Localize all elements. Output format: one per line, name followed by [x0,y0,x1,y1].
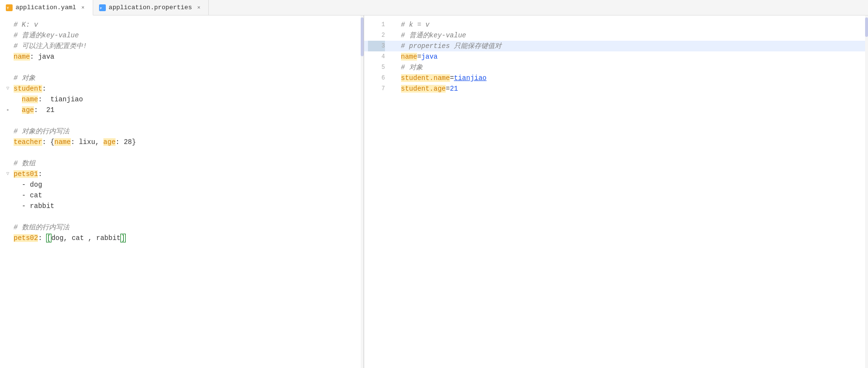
editors-area: # K: v # 普通的key-value # 可以注入到配置类中! name:… [0,16,868,368]
code-line: # K: v [0,19,364,30]
code-text: age: 21 [14,105,364,115]
properties-tab-close[interactable]: × [195,4,202,12]
code-text: student.age=21 [393,83,868,94]
code-text: # 普通的key-value [14,30,364,41]
code-text: - cat [14,190,364,201]
fold-icon[interactable]: ▽ [4,170,12,178]
svg-text:P: P [100,7,102,10]
code-text: # 对象 [14,73,364,83]
properties-tab[interactable]: P application.properties × [93,0,209,15]
code-line: 6 student.name=tianjiao [364,73,868,83]
tab-bar: Y application.yaml × P application.prope… [0,0,868,16]
code-line [0,211,364,222]
code-text: # 可以注入到配置类中! [14,41,364,51]
code-line: 1 # k = v [364,19,868,30]
properties-scrollbar[interactable] [865,16,868,368]
code-text [14,115,364,126]
code-line: 4 name=java [364,51,868,62]
dot-icon: ● [4,106,12,114]
code-line [0,147,364,158]
code-text: name: java [14,51,364,62]
code-line: # 可以注入到配置类中! [0,41,364,51]
properties-scrollbar-thumb [865,17,868,37]
code-line: ● age: 21 [0,105,364,115]
code-text: - rabbit [14,201,364,211]
code-text: # 数组 [14,158,364,169]
code-line: - dog [0,179,364,190]
yaml-icon: Y [6,4,13,11]
code-text: # 数组的行内写法 [14,222,364,233]
yaml-tab-close[interactable]: × [79,4,87,12]
code-line: - cat [0,190,364,201]
code-text: # K: v [14,19,364,30]
code-line-highlighted: 3 # properties 只能保存键值对 [364,41,868,51]
line-number: 7 [368,83,385,94]
code-text: # 对象的行内写法 [14,126,364,137]
code-text: name=java [393,51,868,62]
code-text: pets01: [14,169,364,179]
yaml-tab-label: application.yaml [16,4,76,11]
code-line: pets02: [dog, cat , rabbit] [0,233,364,243]
line-number: 3 [368,41,385,51]
code-line: 5 # 对象 [364,62,868,73]
code-line: teacher: {name: lixu, age: 28} [0,137,364,147]
code-line: ▽ pets01: [0,169,364,179]
code-text: - dog [14,179,364,190]
yaml-editor: # K: v # 普通的key-value # 可以注入到配置类中! name:… [0,16,364,368]
code-line [0,115,364,126]
line-number: 4 [368,51,385,62]
code-text [14,211,364,222]
fold-icon[interactable]: ▽ [4,85,12,93]
code-text: teacher: {name: lixu, age: 28} [14,137,364,147]
line-number: 2 [368,30,385,41]
yaml-editor-content[interactable]: # K: v # 普通的key-value # 可以注入到配置类中! name:… [0,16,364,368]
code-line: # 对象 [0,73,364,83]
code-line: name: java [0,51,364,62]
code-text [14,147,364,158]
line-number: 1 [368,19,385,30]
code-text [14,62,364,73]
code-line: # 数组的行内写法 [0,222,364,233]
code-text: student: [14,83,364,94]
properties-editor-content[interactable]: 1 # k = v 2 # 普通的key-value 3 # propertie… [364,16,868,368]
code-text: # k = v [393,19,868,30]
code-line: 7 student.age=21 [364,83,868,94]
code-text: # properties 只能保存键值对 [393,41,868,51]
code-line: # 普通的key-value [0,30,364,41]
line-number: 6 [368,73,385,83]
line-number: 5 [368,62,385,73]
code-text: pets02: [dog, cat , rabbit] [14,233,364,243]
code-line: - rabbit [0,201,364,211]
code-text: name: tianjiao [14,94,364,105]
code-line: # 对象的行内写法 [0,126,364,137]
code-text: # 普通的key-value [393,30,868,41]
yaml-scrollbar[interactable] [361,16,364,368]
code-line: ▽ student: [0,83,364,94]
code-line: # 数组 [0,158,364,169]
properties-icon: P [99,4,106,11]
yaml-tab[interactable]: Y application.yaml × [0,0,93,16]
code-line [0,62,364,73]
code-text: student.name=tianjiao [393,73,868,83]
properties-editor: 1 # k = v 2 # 普通的key-value 3 # propertie… [364,16,868,368]
code-text: # 对象 [393,62,868,73]
properties-tab-label: application.properties [109,4,192,11]
yaml-scrollbar-thumb [361,17,364,56]
code-line: name: tianjiao [0,94,364,105]
code-line: 2 # 普通的key-value [364,30,868,41]
